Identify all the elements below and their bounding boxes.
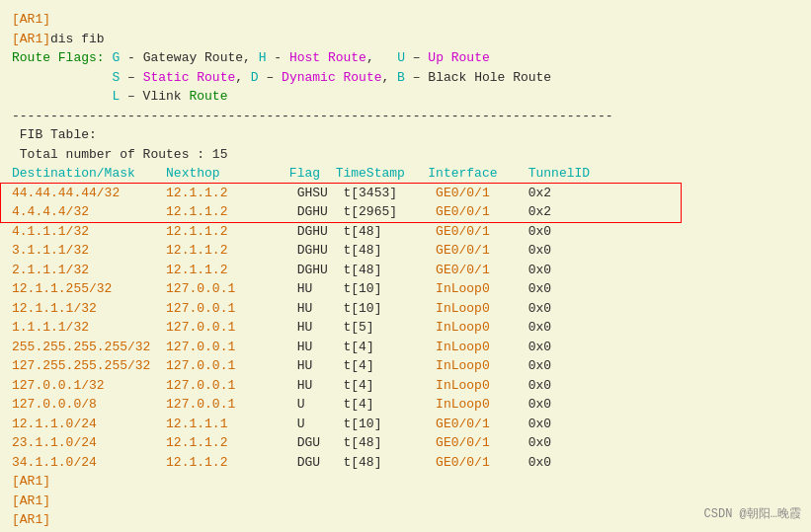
line-r13: 12.1.1.0/24 12.1.1.1 U t[10] GE0/0/1 0x0: [12, 415, 799, 434]
line-r11: 127.0.0.1/32 127.0.0.1 HU t[4] InLoop0 0…: [12, 376, 799, 396]
line-l9: Total number of Routes : 15: [12, 145, 799, 165]
line-l2: [AR1]dis fib: [12, 30, 799, 49]
line-r9: 255.255.255.255/32 127.0.0.1 HU t[4] InL…: [12, 338, 799, 357]
terminal: [AR1][AR1]dis fibRoute Flags: G - Gatewa…: [0, 0, 811, 532]
line-l1: [AR1]: [12, 10, 799, 30]
line-l7: ----------------------------------------…: [12, 107, 799, 126]
line-header: Destination/Mask Nexthop Flag TimeStamp …: [12, 164, 799, 184]
line-l3: Route Flags: G - Gateway Route, H - Host…: [12, 48, 799, 68]
line-r14: 23.1.1.0/24 12.1.1.2 DGU t[48] GE0/0/1 0…: [12, 433, 799, 453]
line-r7: 12.1.1.1/32 127.0.0.1 HU t[10] InLoop0 0…: [12, 299, 799, 319]
line-r10: 127.255.255.255/32 127.0.0.1 HU t[4] InL…: [12, 356, 799, 376]
line-r12: 127.0.0.0/8 127.0.0.1 U t[4] InLoop0 0x0: [12, 395, 799, 415]
line-end1: [AR1]: [12, 472, 799, 492]
line-r1: 44.44.44.44/32 12.1.1.2 GHSU t[3453] GE0…: [12, 184, 799, 203]
line-r3: 4.1.1.1/32 12.1.1.2 DGHU t[48] GE0/0/1 0…: [12, 222, 799, 242]
watermark: CSDN @朝阳…晚霞: [704, 505, 801, 522]
line-r6: 12.1.1.255/32 127.0.0.1 HU t[10] InLoop0…: [12, 279, 799, 299]
line-end2: [AR1]: [12, 492, 799, 511]
line-l4: S – Static Route, D – Dynamic Route, B –…: [12, 68, 799, 88]
line-r5: 2.1.1.1/32 12.1.1.2 DGHU t[48] GE0/0/1 0…: [12, 261, 799, 280]
line-l5: L – Vlink Route: [12, 87, 799, 107]
line-r15: 34.1.1.0/24 12.1.1.2 DGU t[48] GE0/0/1 0…: [12, 453, 799, 473]
line-end3: [AR1]: [12, 510, 799, 530]
line-r4: 3.1.1.1/32 12.1.1.2 DGHU t[48] GE0/0/1 0…: [12, 241, 799, 261]
line-r2: 4.4.4.4/32 12.1.1.2 DGHU t[2965] GE0/0/1…: [12, 202, 799, 222]
line-l8: FIB Table:: [12, 125, 799, 145]
line-r8: 1.1.1.1/32 127.0.0.1 HU t[5] InLoop0 0x0: [12, 318, 799, 338]
